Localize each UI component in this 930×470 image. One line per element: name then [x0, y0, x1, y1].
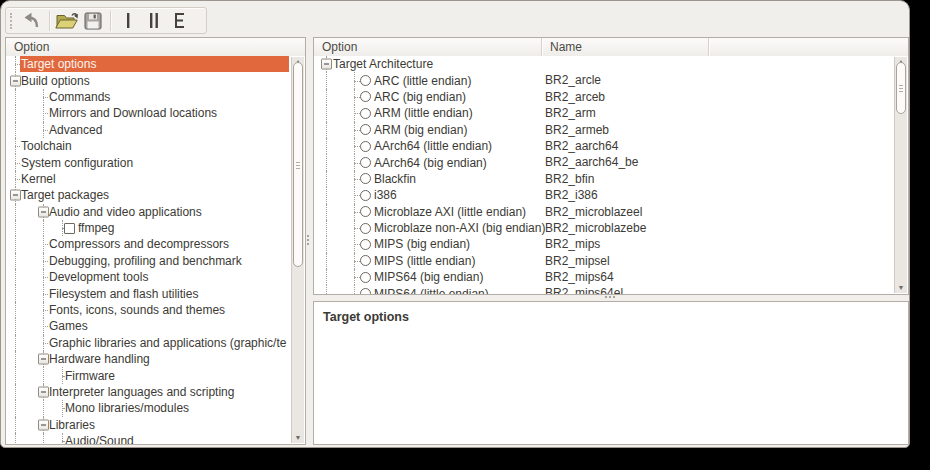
tree-item[interactable]: Audio and video applications [48, 204, 289, 220]
arch-tree-row[interactable]: Microblaze AXI (little endian)BR2_microb… [314, 204, 908, 220]
tree-item[interactable]: Blackfin [360, 171, 892, 187]
radio-icon[interactable] [360, 206, 371, 217]
menu-tree-row[interactable]: Games [6, 318, 305, 334]
tree-item[interactable]: Mono libraries/modules [64, 400, 289, 416]
radio-icon[interactable] [360, 223, 371, 234]
vertical-splitter-handle[interactable] [307, 235, 309, 245]
tree-item[interactable]: ARC (big endian) [360, 89, 892, 105]
tree-item[interactable]: ffmpeg [64, 220, 289, 236]
tree-item[interactable]: MIPS (big endian) [360, 236, 892, 252]
tree-item[interactable]: Fonts, icons, sounds and themes [48, 302, 289, 318]
arch-tree-row[interactable]: AArch64 (big endian)BR2_aarch64_be [314, 154, 908, 170]
menu-tree-row[interactable]: ffmpeg [6, 220, 305, 236]
left-vertical-scrollbar[interactable]: ▲ ▼ [291, 57, 304, 443]
arch-tree-row[interactable]: MIPS64 (big endian)BR2_mips64 [314, 269, 908, 285]
tree-item[interactable]: Mirrors and Download locations [48, 105, 289, 121]
menu-tree-row[interactable]: Kernel [6, 171, 305, 187]
horizontal-splitter-handle[interactable] [605, 296, 615, 298]
tree-item[interactable]: Advanced [48, 122, 289, 138]
arch-tree-row[interactable]: AArch64 (little endian)BR2_aarch64 [314, 138, 908, 154]
tree-item[interactable]: System configuration [20, 154, 289, 170]
menu-tree-row[interactable]: System configuration [6, 154, 305, 170]
name-column-header[interactable]: Name [542, 38, 709, 56]
radio-icon[interactable] [360, 173, 371, 184]
menu-tree-row[interactable]: Audio/Sound [6, 433, 305, 444]
single-view-button[interactable] [115, 9, 141, 33]
right-vertical-scrollbar[interactable]: ▲ ▼ [894, 57, 907, 293]
arch-tree-row[interactable]: ARM (little endian)BR2_arm [314, 105, 908, 121]
tree-item[interactable]: Graphic libraries and applications (grap… [48, 335, 289, 351]
menu-tree-row[interactable]: Fonts, icons, sounds and themes [6, 302, 305, 318]
scroll-down-icon[interactable]: ▼ [895, 283, 907, 293]
tree-item[interactable]: Audio/Sound [64, 433, 289, 444]
arch-tree-row[interactable]: i386BR2_i386 [314, 187, 908, 203]
radio-icon[interactable] [360, 157, 371, 168]
radio-icon[interactable] [360, 239, 371, 250]
menu-tree-row[interactable]: Target options [6, 56, 305, 72]
radio-icon[interactable] [360, 75, 371, 86]
tree-item[interactable]: Kernel [20, 171, 289, 187]
menu-tree-row[interactable]: Commands [6, 89, 305, 105]
radio-icon[interactable] [360, 91, 371, 102]
arch-tree-row[interactable]: BlackfinBR2_bfin [314, 171, 908, 187]
full-view-button[interactable] [167, 9, 193, 33]
menu-tree-row[interactable]: Graphic libraries and applications (grap… [6, 335, 305, 351]
menu-tree-row[interactable]: Filesystem and flash utilities [6, 285, 305, 301]
load-button[interactable] [54, 9, 80, 33]
menu-tree-row[interactable]: Compressors and decompressors [6, 236, 305, 252]
tree-item[interactable]: MIPS64 (big endian) [360, 269, 892, 285]
tree-item[interactable]: Compressors and decompressors [48, 236, 289, 252]
radio-icon[interactable] [360, 255, 371, 266]
arch-tree-row[interactable]: ARC (little endian)BR2_arcle [314, 72, 908, 88]
arch-tree-row[interactable]: MIPS (little endian)BR2_mipsel [314, 253, 908, 269]
split-view-button[interactable] [141, 9, 167, 33]
menu-tree-row[interactable]: Target packages [6, 187, 305, 203]
radio-icon[interactable] [360, 272, 371, 283]
tree-item[interactable]: ARM (big endian) [360, 122, 892, 138]
tree-item[interactable]: MIPS (little endian) [360, 253, 892, 269]
collapse-expander-icon[interactable] [321, 59, 332, 70]
menu-tree-row[interactable]: Audio and video applications [6, 204, 305, 220]
tree-item[interactable]: Libraries [48, 417, 289, 433]
arch-tree-row[interactable]: Microblaze non-AXI (big endian)BR2_micro… [314, 220, 908, 236]
tree-item[interactable]: ARC (little endian) [360, 72, 892, 88]
tree-item[interactable]: Debugging, profiling and benchmark [48, 253, 289, 269]
tree-item[interactable]: Games [48, 318, 289, 334]
menu-tree-row[interactable]: Advanced [6, 122, 305, 138]
menu-tree-row[interactable]: Mono libraries/modules [6, 400, 305, 416]
menu-tree-row[interactable]: Firmware [6, 367, 305, 383]
tree-item[interactable]: Commands [48, 89, 289, 105]
radio-icon[interactable] [360, 190, 371, 201]
arch-tree-row[interactable]: ARC (big endian)BR2_arceb [314, 89, 908, 105]
tree-item[interactable]: Filesystem and flash utilities [48, 285, 289, 301]
tree-item[interactable]: MIPS64 (little endian) [360, 285, 892, 294]
tree-item[interactable]: Development tools [48, 269, 289, 285]
tree-item[interactable]: Target packages [20, 187, 289, 203]
tree-item[interactable]: ARM (little endian) [360, 105, 892, 121]
scroll-down-icon[interactable]: ▼ [292, 433, 304, 443]
menu-tree-row[interactable]: Build options [6, 72, 305, 88]
scrollbar-thumb[interactable] [293, 62, 303, 267]
radio-icon[interactable] [360, 124, 371, 135]
menu-tree-row[interactable]: Libraries [6, 417, 305, 433]
toolbar-grip[interactable] [10, 13, 15, 29]
menu-tree-row[interactable]: Interpreter languages and scripting [6, 384, 305, 400]
tree-item[interactable]: Hardware handling [48, 351, 289, 367]
radio-icon[interactable] [360, 108, 371, 119]
arch-tree-row[interactable]: MIPS64 (little endian)BR2_mips64el [314, 285, 908, 294]
radio-icon[interactable] [360, 288, 371, 294]
tree-item[interactable]: Target Architecture [332, 56, 892, 72]
tree-item[interactable]: Build options [20, 72, 289, 88]
menu-tree-row[interactable]: Hardware handling [6, 351, 305, 367]
radio-icon[interactable] [360, 141, 371, 152]
menu-tree-row[interactable]: Debugging, profiling and benchmark [6, 253, 305, 269]
option-column-header[interactable]: Option [314, 38, 542, 56]
arch-tree-row[interactable]: Target Architecture [314, 56, 908, 72]
tree-item[interactable]: AArch64 (little endian) [360, 138, 892, 154]
arch-tree-row[interactable]: ARM (big endian)BR2_armeb [314, 122, 908, 138]
arch-tree-row[interactable]: MIPS (big endian)BR2_mips [314, 236, 908, 252]
tree-item[interactable]: Interpreter languages and scripting [48, 384, 289, 400]
menu-tree-row[interactable]: Mirrors and Download locations [6, 105, 305, 121]
option-column-header[interactable]: Option [6, 38, 305, 56]
scrollbar-thumb[interactable] [896, 62, 906, 114]
